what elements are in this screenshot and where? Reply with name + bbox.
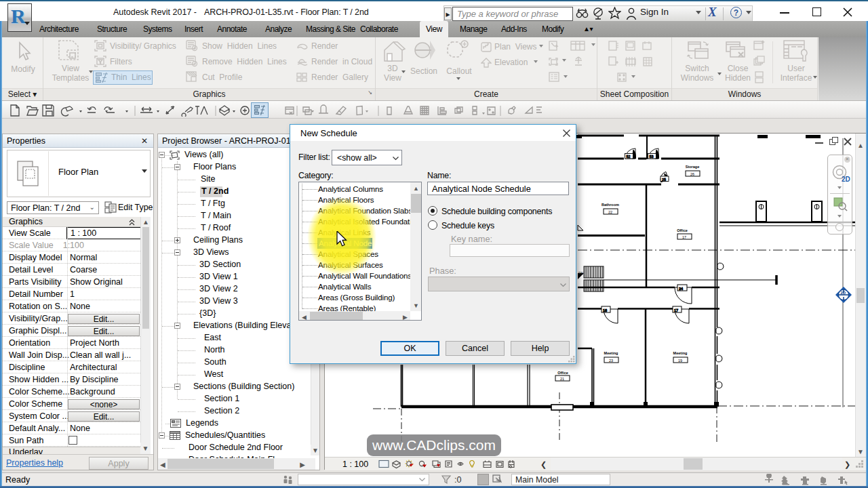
svg-text:24: 24 [679, 287, 683, 291]
svg-text:17: 17 [674, 308, 678, 312]
svg-text:16: 16 [603, 308, 607, 312]
svg-text:53: 53 [650, 155, 654, 159]
svg-text:Meeting: Meeting [604, 351, 618, 355]
svg-text:Office: Office [557, 371, 568, 375]
svg-text:19: 19 [678, 359, 682, 363]
svg-text:Storage: Storage [686, 165, 699, 169]
svg-text:17: 17 [682, 235, 686, 239]
svg-text:25: 25 [662, 178, 666, 182]
svg-text:Meeting: Meeting [673, 351, 688, 355]
svg-text:Bathroom: Bathroom [601, 203, 619, 207]
svg-text:Office: Office [677, 228, 688, 232]
svg-text:2D: 2D [841, 291, 846, 295]
svg-text:23: 23 [609, 359, 613, 363]
svg-text:21: 21 [560, 377, 564, 381]
svg-text:26: 26 [690, 172, 694, 176]
svg-text:22: 22 [608, 210, 612, 214]
svg-text:52: 52 [627, 155, 631, 159]
